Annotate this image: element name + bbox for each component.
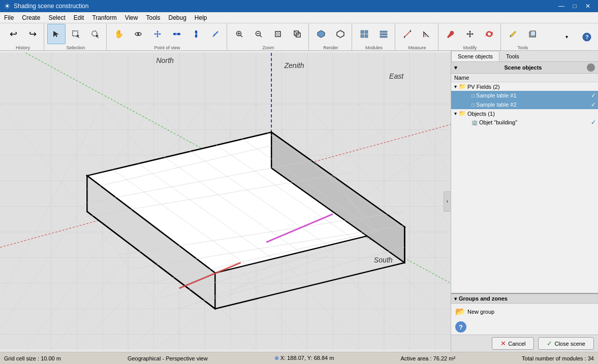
pv-fields-folder-icon: 📁 bbox=[459, 83, 466, 90]
name-column-label: Name bbox=[454, 75, 469, 81]
pov-label: Point of view bbox=[110, 45, 225, 50]
collapse-panel-button[interactable]: › bbox=[444, 191, 451, 212]
zoom-in-button[interactable] bbox=[230, 24, 248, 44]
close-button[interactable]: ✕ bbox=[582, 1, 594, 11]
building-icon: 🏢 bbox=[471, 120, 478, 125]
table2-label: Sample table #2 bbox=[476, 102, 517, 108]
select-arrow-button[interactable] bbox=[47, 24, 66, 44]
sample-table-2[interactable]: □ Sample table #2 ✓ bbox=[451, 100, 598, 109]
pv-fields-label: PV Fields (2) bbox=[467, 84, 500, 90]
menu-item-create[interactable]: Create bbox=[18, 12, 44, 23]
building-label: Objet "building" bbox=[479, 119, 517, 125]
modules-label: Modules bbox=[355, 45, 393, 50]
expand-button[interactable]: ▾ bbox=[557, 27, 576, 47]
undo-button[interactable]: ↩ bbox=[4, 24, 22, 44]
minimize-button[interactable]: — bbox=[555, 1, 568, 11]
menu-item-tranform[interactable]: Tranform bbox=[88, 12, 120, 23]
main-area: North Zenith East West South bbox=[0, 51, 598, 352]
svg-marker-51 bbox=[469, 36, 471, 38]
objects-label: Objects (1) bbox=[467, 111, 495, 117]
select-circle-button[interactable] bbox=[86, 24, 104, 44]
eye-button[interactable] bbox=[129, 24, 147, 44]
objet-building[interactable]: 🏢 Objet "building" ✓ bbox=[451, 118, 598, 127]
zoom-3d-button[interactable] bbox=[288, 24, 306, 44]
close-scene-button[interactable]: ✓ Close scene bbox=[538, 337, 594, 350]
modules-list-button[interactable] bbox=[374, 24, 393, 44]
modify-refresh-button[interactable] bbox=[480, 24, 498, 44]
zoom-fit-button[interactable] bbox=[269, 24, 287, 44]
toolbar-group-measure: Measure bbox=[396, 24, 438, 50]
tab-tools[interactable]: Tools bbox=[499, 51, 526, 61]
move-z-button[interactable]: Z bbox=[206, 24, 225, 44]
render-solid-button[interactable] bbox=[312, 24, 330, 44]
render-wire-button[interactable] bbox=[331, 24, 350, 44]
menu-item-select[interactable]: Select bbox=[44, 12, 69, 23]
toolbar-group-modify: Modify bbox=[439, 24, 501, 50]
help-toolbar-button[interactable]: ? bbox=[578, 27, 596, 47]
svg-rect-57 bbox=[530, 31, 536, 36]
redo-button[interactable]: ↪ bbox=[23, 24, 42, 44]
svg-marker-11 bbox=[154, 33, 155, 35]
svg-line-29 bbox=[260, 35, 262, 37]
view-mode-status: Geographical - Perspective view bbox=[128, 355, 208, 361]
svg-text:East: East bbox=[389, 72, 404, 80]
modify-move-button[interactable] bbox=[461, 24, 479, 44]
svg-marker-54 bbox=[510, 31, 516, 37]
svg-marker-53 bbox=[472, 33, 474, 35]
zoom-out-icon bbox=[255, 30, 263, 38]
selection-label: Selection bbox=[47, 45, 104, 50]
toolbar-group-render: Render bbox=[310, 24, 352, 50]
tab-scene-objects[interactable]: Scene objects bbox=[451, 51, 499, 61]
hand-button[interactable]: ✋ bbox=[110, 24, 128, 44]
new-group-button[interactable]: 📂 New group bbox=[451, 304, 598, 319]
modules-grid-button[interactable] bbox=[355, 24, 373, 44]
menu-item-help[interactable]: Help bbox=[191, 12, 211, 23]
measure-line-button[interactable] bbox=[398, 24, 417, 44]
groups-zones-header[interactable]: ▾ Groups and zones bbox=[451, 294, 598, 304]
svg-line-45 bbox=[404, 31, 411, 37]
svg-text:South: South bbox=[374, 256, 393, 264]
toolbar-group-zoom: Zoom bbox=[228, 24, 309, 50]
move-y-button[interactable]: Y bbox=[187, 24, 205, 44]
toolbar-group-modules: Modules bbox=[353, 24, 395, 50]
scene-objects-header[interactable]: ▾ Scene objects bbox=[451, 62, 598, 74]
menu-item-view[interactable]: View bbox=[121, 12, 142, 23]
objects-folder-icon: 📁 bbox=[459, 110, 466, 117]
move-xy-button[interactable] bbox=[148, 24, 167, 44]
tools-label: Tools bbox=[504, 45, 542, 50]
measure-angle-button[interactable] bbox=[418, 24, 436, 44]
menu-item-file[interactable]: File bbox=[0, 12, 18, 23]
modify-wrench-button[interactable] bbox=[442, 24, 460, 44]
cancel-button[interactable]: ✕ Cancel bbox=[492, 337, 534, 350]
maximize-button[interactable]: □ bbox=[569, 1, 581, 11]
menu-item-debug[interactable]: Debug bbox=[164, 12, 190, 23]
tools-pencil-button[interactable] bbox=[504, 24, 522, 44]
select-box-button[interactable] bbox=[67, 24, 85, 44]
viewport[interactable]: North Zenith East West South bbox=[0, 51, 451, 352]
sample-table-1[interactable]: □ Sample table #1 ✓ bbox=[451, 91, 598, 100]
menu-item-tools[interactable]: Tools bbox=[142, 12, 164, 23]
toolbar-right: ▾ ? bbox=[557, 27, 596, 47]
toolbar-group-selection-buttons bbox=[47, 24, 104, 44]
active-area-status: Active area : 76.22 m² bbox=[400, 355, 455, 361]
render-wire-icon bbox=[336, 29, 345, 39]
svg-text:Y: Y bbox=[195, 32, 197, 36]
groups-help-button[interactable]: ? bbox=[455, 321, 466, 333]
table1-label: Sample table #1 bbox=[476, 92, 517, 98]
help-toolbar-icon: ? bbox=[582, 32, 591, 42]
tools-layers-button[interactable] bbox=[523, 24, 542, 44]
pv-fields-group[interactable]: ▾ 📁 PV Fields (2) bbox=[451, 82, 598, 91]
folder-new-icon: 📂 bbox=[455, 307, 465, 316]
svg-marker-9 bbox=[156, 30, 159, 32]
layers-icon bbox=[528, 30, 537, 38]
menu-item-edit[interactable]: Edit bbox=[70, 12, 88, 23]
modules-grid-icon bbox=[360, 30, 368, 38]
zoom-out-button[interactable] bbox=[249, 24, 268, 44]
toolbar-group-modules-buttons bbox=[355, 24, 393, 44]
objects-group[interactable]: ▾ 📁 Objects (1) bbox=[451, 109, 598, 118]
groups-zones-title: Groups and zones bbox=[459, 295, 508, 302]
panel-spacer bbox=[451, 178, 598, 293]
svg-marker-2 bbox=[77, 35, 79, 38]
toolbar-group-modify-buttons bbox=[442, 24, 498, 44]
move-x-button[interactable]: X bbox=[168, 24, 186, 44]
